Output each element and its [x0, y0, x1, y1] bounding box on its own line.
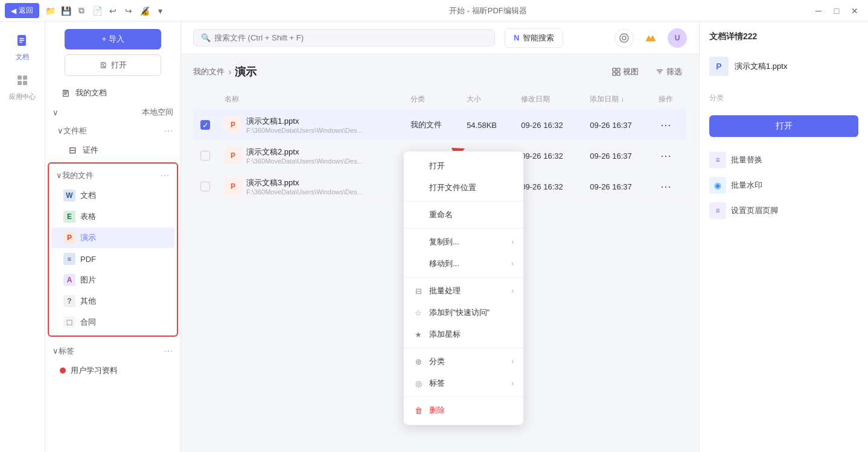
row-checkbox[interactable]: ✓: [200, 120, 210, 130]
save-icon[interactable]: 💾: [60, 5, 72, 17]
file-name[interactable]: 演示文稿1.pptx: [246, 116, 363, 127]
th-size: 大小: [459, 89, 514, 110]
row-checkbox-cell[interactable]: [193, 141, 217, 171]
ctx-divider-2: [404, 228, 523, 229]
local-label: 本地空间: [142, 107, 173, 118]
tag-dot: [60, 368, 66, 374]
ctx-category-icon: ⊛: [413, 357, 423, 366]
nav-item-img[interactable]: A 图片: [51, 270, 174, 290]
crown-icon-btn[interactable]: [641, 28, 660, 48]
import-button[interactable]: + 导入: [65, 29, 161, 49]
file-name[interactable]: 演示文稿2.pptx: [246, 147, 363, 158]
nav-item-cert[interactable]: ⊟ 证件: [48, 141, 178, 160]
close-button[interactable]: ✕: [846, 2, 863, 19]
row-actions: ⋯: [651, 171, 687, 202]
redo-icon[interactable]: ↪: [123, 5, 135, 17]
file-path: F:\360MoveData\Users\Windows\Des...: [246, 188, 363, 196]
ctx-rename-label: 重命名: [429, 209, 453, 220]
ctx-move-to[interactable]: 移动到... ›: [404, 253, 523, 275]
my-files-section: ∨ 我的文件 ⋯ W 文档 E 表格 P 演示 ≡ PDF A: [48, 162, 178, 337]
filter-button[interactable]: 筛选: [651, 64, 687, 80]
ctx-open-location[interactable]: 打开文件位置: [404, 177, 523, 199]
ctx-quick-icon: ☆: [413, 308, 423, 317]
svg-point-8: [620, 34, 628, 42]
ctx-divider-4: [404, 348, 523, 348]
ctx-rename[interactable]: 重命名: [404, 204, 523, 226]
ctx-location-label: 打开文件位置: [429, 182, 476, 193]
myfiles-label: 我的文件: [62, 170, 94, 181]
ctx-open[interactable]: 打开: [404, 155, 523, 177]
ctx-tag[interactable]: ◎ 标签 ›: [404, 372, 523, 394]
ctx-delete[interactable]: 🗑 删除: [404, 399, 523, 421]
ctx-category[interactable]: ⊛ 分类 ›: [404, 351, 523, 372]
nav-item-other[interactable]: ? 其他: [51, 291, 174, 311]
nav-item-ppt[interactable]: P 演示: [51, 228, 174, 248]
minimize-button[interactable]: ─: [810, 2, 827, 19]
nav-item-contract[interactable]: □ 合同: [51, 312, 174, 333]
nav-tag-study[interactable]: 用户学习资料: [48, 361, 178, 380]
panel-open-button[interactable]: 打开: [709, 115, 858, 137]
multi-page-icon[interactable]: ⧉: [75, 5, 88, 17]
stamp-icon[interactable]: 🔏: [138, 5, 150, 17]
new-doc-icon[interactable]: 📄: [91, 5, 103, 17]
maximize-button[interactable]: □: [828, 2, 845, 19]
nav-section-tags[interactable]: ∨ 标签 ⋯: [45, 342, 180, 360]
row-name-cell: P 演示文稿3.pptx F:\360MoveData\Users\Window…: [217, 171, 403, 202]
ctx-add-star[interactable]: ★ 添加星标: [404, 323, 523, 345]
svg-marker-10: [646, 36, 656, 41]
undo-icon[interactable]: ↩: [107, 5, 119, 17]
panel-action-header-footer[interactable]: ≡ 设置页眉页脚: [709, 200, 858, 221]
ctx-location-icon: [413, 183, 423, 193]
row-added: 09-26 16:37: [582, 141, 651, 171]
nav-item-sheet[interactable]: E 表格: [51, 206, 174, 227]
view-button[interactable]: 视图: [607, 64, 643, 80]
sidebar-item-doc[interactable]: 文档: [0, 28, 45, 68]
back-button[interactable]: ◀ 返回: [5, 3, 39, 18]
row-checkbox-cell[interactable]: ✓: [193, 110, 217, 141]
cabinet-more-icon[interactable]: ⋯: [164, 125, 173, 136]
open-button[interactable]: 🖻 打开: [65, 54, 161, 76]
search-box[interactable]: 🔍: [193, 29, 495, 46]
open-label: 打开: [111, 60, 127, 71]
ctx-category-label: 分类: [429, 356, 445, 367]
ctx-add-quick[interactable]: ☆ 添加到"快速访问": [404, 302, 523, 323]
ctx-divider-5: [404, 396, 523, 397]
row-more-button[interactable]: ⋯: [659, 179, 673, 194]
ctx-copy-to[interactable]: 复制到... ›: [404, 231, 523, 253]
nav-item-mydocs[interactable]: 🖹 我的文档: [48, 83, 178, 103]
ctx-batch[interactable]: ⊟ 批量处理 ›: [404, 280, 523, 302]
search-input[interactable]: [214, 33, 487, 42]
row-modified: 09-26 16:32: [514, 110, 582, 141]
camera-icon-btn[interactable]: [614, 28, 634, 48]
myfiles-more-icon[interactable]: ⋯: [160, 170, 170, 181]
table-row: ✓ P 演示文稿1.pptx F:\360MoveData\Users\Wind…: [193, 110, 687, 141]
tags-more-icon[interactable]: ⋯: [164, 345, 173, 357]
ai-search-button[interactable]: N 智能搜索: [505, 28, 563, 48]
nav-section-local[interactable]: ∨ 本地空间: [45, 103, 180, 121]
sidebar-item-appcenter[interactable]: 应用中心: [0, 68, 45, 107]
nav-item-doc[interactable]: W 文档: [51, 185, 174, 206]
nav-section-myfiles[interactable]: ∨ 我的文件 ⋯: [49, 166, 177, 185]
panel-action-batch-watermark[interactable]: ◉ 批量水印: [709, 174, 858, 196]
avatar[interactable]: U: [668, 28, 687, 48]
ctx-copy-label: 复制到...: [429, 237, 459, 247]
th-category: 分类: [403, 89, 459, 110]
row-more-button[interactable]: ⋯: [659, 118, 673, 132]
panel-action-batch-replace[interactable]: ≡ 批量替换: [709, 149, 858, 171]
row-more-button[interactable]: ⋯: [659, 148, 673, 163]
breadcrumb-parent[interactable]: 我的文件: [193, 66, 225, 77]
row-checkbox-cell[interactable]: [193, 171, 217, 202]
cabinet-label: 文件柜: [63, 126, 87, 136]
titlebar: ◀ 返回 📁 💾 ⧉ 📄 ↩ ↪ 🔏 ▾ 开始 - 福昕PDF编辑器 ─ □ ✕: [0, 0, 868, 22]
nav-section-cabinet[interactable]: ∨ 文件柜 ⋯: [45, 121, 180, 140]
ctx-category-arrow: ›: [511, 357, 514, 366]
folder-icon[interactable]: 📁: [44, 5, 56, 17]
row-checkbox[interactable]: [200, 182, 210, 191]
nav-item-pdf[interactable]: ≡ PDF: [51, 249, 174, 269]
topbar-right: U: [614, 28, 687, 48]
row-checkbox[interactable]: [200, 151, 210, 161]
file-name[interactable]: 演示文稿3.pptx: [246, 177, 363, 188]
svg-rect-5: [23, 75, 27, 80]
svg-rect-2: [19, 40, 24, 41]
dropdown-arrow-icon[interactable]: ▾: [154, 5, 166, 17]
